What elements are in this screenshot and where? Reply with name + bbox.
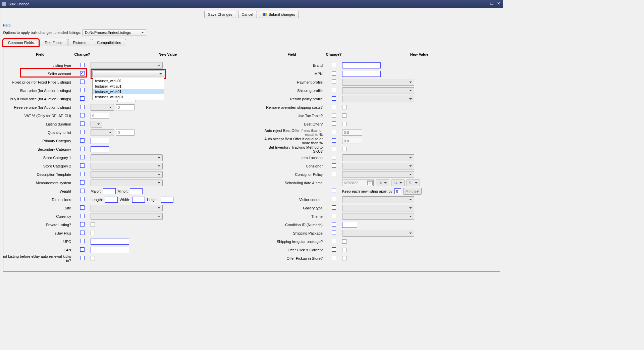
upc-checkbox[interactable] xyxy=(80,239,85,243)
ended-listings-dropdown[interactable]: DoNoProcessEndedListings xyxy=(83,29,146,36)
item-location-checkbox[interactable] xyxy=(332,155,336,159)
item-location-dropdown[interactable] xyxy=(342,154,414,161)
condition-id-input[interactable] xyxy=(342,222,357,228)
tab-compatibilities[interactable]: Compatibilities xyxy=(92,39,126,46)
keep-apart-unit-dropdown[interactable]: Minutes xyxy=(403,188,422,195)
visitor-counter-checkbox[interactable] xyxy=(332,197,336,201)
visitor-counter-dropdown[interactable] xyxy=(342,196,414,203)
payment-profile-checkbox[interactable] xyxy=(332,80,336,84)
auto-accept-input[interactable] xyxy=(342,138,362,144)
desc-template-checkbox[interactable] xyxy=(80,172,85,176)
shipping-profile-dropdown[interactable] xyxy=(342,87,414,94)
primary-category-input[interactable] xyxy=(91,138,109,144)
tab-pictures[interactable]: Pictures xyxy=(68,39,92,46)
vat-checkbox[interactable] xyxy=(80,113,85,117)
offer-pickup-checkbox[interactable] xyxy=(332,256,336,260)
seller-option-1[interactable]: testuser_wlca01 xyxy=(93,84,164,89)
store-cat1-checkbox[interactable] xyxy=(80,155,85,159)
weight-checkbox[interactable] xyxy=(80,189,85,193)
brand-checkbox[interactable] xyxy=(332,63,336,67)
measurement-checkbox[interactable] xyxy=(80,180,85,185)
shipping-irregular-checkbox[interactable] xyxy=(332,239,336,243)
upc-input[interactable] xyxy=(91,239,129,245)
vat-input[interactable] xyxy=(91,113,109,119)
currency-checkbox[interactable] xyxy=(80,214,85,218)
measurement-dropdown[interactable] xyxy=(91,180,163,186)
buy-it-now-checkbox[interactable] xyxy=(80,96,85,101)
scheduling-date-input[interactable]: 6/7/2022 15 xyxy=(342,180,374,186)
currency-dropdown[interactable] xyxy=(91,213,163,220)
reserve-price-dropdown[interactable] xyxy=(91,104,114,111)
best-offer-checkbox[interactable] xyxy=(332,121,336,126)
mpn-checkbox[interactable] xyxy=(332,71,336,76)
auto-reject-checkbox[interactable] xyxy=(332,130,336,134)
weight-minor-input[interactable] xyxy=(130,188,143,194)
maximize-button[interactable]: ❐ xyxy=(489,2,495,6)
consignor-dropdown[interactable] xyxy=(342,163,414,169)
condition-id-checkbox[interactable] xyxy=(332,222,336,227)
ebay-plus-checkbox[interactable] xyxy=(80,231,85,235)
site-dropdown[interactable] xyxy=(91,205,163,211)
remove-shipping-checkbox[interactable] xyxy=(332,105,336,109)
fixed-price-checkbox[interactable] xyxy=(80,80,85,84)
secondary-category-checkbox[interactable] xyxy=(80,147,85,151)
use-tax-value-checkbox[interactable] xyxy=(342,113,346,118)
calendar-icon[interactable]: 15 xyxy=(367,181,373,185)
reserve-price-checkbox[interactable] xyxy=(80,105,85,109)
use-tax-checkbox[interactable] xyxy=(332,113,336,117)
site-checkbox[interactable] xyxy=(80,205,85,210)
set-inventory-value-checkbox[interactable] xyxy=(342,147,346,151)
scheduling-hour-dropdown[interactable]: 16 xyxy=(376,180,389,186)
help-link[interactable]: Help xyxy=(3,23,500,27)
scheduling-checkbox[interactable] xyxy=(332,189,336,193)
quantity-dropdown[interactable] xyxy=(91,129,114,136)
scheduling-sec-dropdown[interactable]: 5 xyxy=(407,180,420,186)
remove-shipping-value-checkbox[interactable] xyxy=(342,105,346,109)
theme-checkbox[interactable] xyxy=(332,214,336,218)
offer-pickup-value-checkbox[interactable] xyxy=(342,256,346,260)
brand-input[interactable] xyxy=(342,62,381,68)
offer-click-checkbox[interactable] xyxy=(332,247,336,252)
listing-type-dropdown[interactable] xyxy=(91,62,163,69)
dimensions-checkbox[interactable] xyxy=(80,197,85,201)
return-policy-dropdown[interactable] xyxy=(342,96,414,102)
close-button[interactable]: ✕ xyxy=(495,2,501,6)
return-policy-checkbox[interactable] xyxy=(332,96,336,101)
height-input[interactable] xyxy=(161,197,173,203)
private-listing-checkbox[interactable] xyxy=(80,222,85,227)
end-listing-checkbox[interactable] xyxy=(80,256,85,260)
best-offer-value-checkbox[interactable] xyxy=(342,122,346,126)
quantity-input[interactable] xyxy=(116,130,135,136)
seller-account-dropdown[interactable]: testuser_wlau01 testuser_wlca01 testuser… xyxy=(92,70,164,77)
listing-duration-dropdown[interactable] xyxy=(91,121,102,128)
desc-template-dropdown[interactable] xyxy=(91,171,163,178)
tab-text-fields[interactable]: Text Fields xyxy=(40,39,67,46)
ean-input[interactable] xyxy=(91,247,129,253)
consignor-policy-checkbox[interactable] xyxy=(332,172,336,176)
private-listing-value-checkbox[interactable] xyxy=(91,222,95,227)
seller-option-2[interactable]: testuser_wluk01 xyxy=(93,89,164,94)
seller-account-checkbox[interactable] xyxy=(80,71,85,76)
auto-accept-checkbox[interactable] xyxy=(332,138,336,143)
store-cat2-dropdown[interactable] xyxy=(91,163,163,169)
save-changes-button[interactable]: Save Changes xyxy=(204,11,236,18)
shipping-irregular-value-checkbox[interactable] xyxy=(342,239,346,244)
submit-changes-button[interactable]: Submit changes xyxy=(259,11,299,18)
store-cat2-checkbox[interactable] xyxy=(80,163,85,168)
cancel-button[interactable]: Cancel xyxy=(238,11,257,18)
seller-option-0[interactable]: testuser_wlau01 xyxy=(93,78,164,84)
shipping-package-dropdown[interactable] xyxy=(342,230,414,237)
primary-category-checkbox[interactable] xyxy=(80,138,85,143)
store-cat1-dropdown[interactable] xyxy=(91,154,163,161)
quantity-checkbox[interactable] xyxy=(80,130,85,134)
width-input[interactable] xyxy=(132,197,145,203)
mpn-input[interactable] xyxy=(342,71,381,77)
offer-click-value-checkbox[interactable] xyxy=(342,248,346,252)
gallery-type-checkbox[interactable] xyxy=(332,205,336,210)
shipping-profile-checkbox[interactable] xyxy=(332,88,336,92)
start-price-checkbox[interactable] xyxy=(80,88,85,92)
auto-reject-input[interactable] xyxy=(342,130,362,136)
seller-option-3[interactable]: testuser_wlusa01 xyxy=(93,94,164,100)
secondary-category-input[interactable] xyxy=(91,146,109,152)
set-inventory-checkbox[interactable] xyxy=(332,147,336,151)
